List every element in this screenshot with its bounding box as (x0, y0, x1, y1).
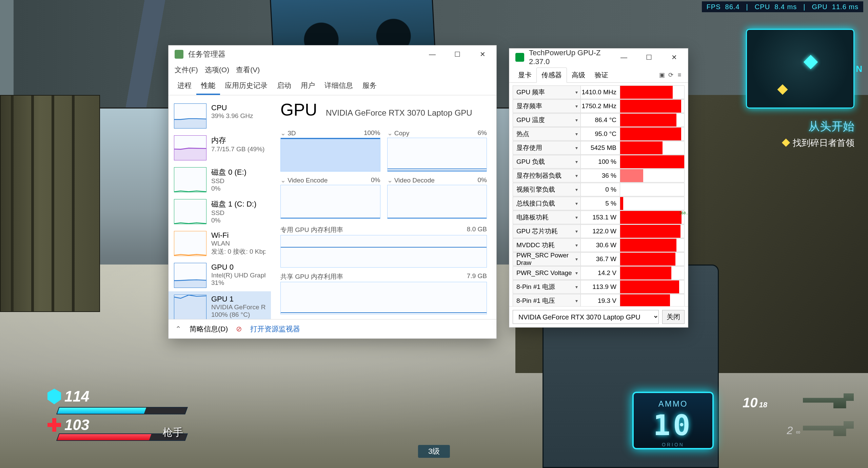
svg-rect-5 (174, 280, 206, 288)
titlebar[interactable]: 任务管理器 — ☐ ✕ (169, 45, 496, 63)
menu-bar[interactable]: 文件(F)选项(O)查看(V) (169, 63, 496, 77)
sensor-row-显存控制器负载[interactable]: 显存控制器负载▾ 36 % (513, 169, 685, 182)
app-icon (515, 53, 524, 62)
tab-应用历史记录[interactable]: 应用历史记录 (220, 77, 272, 95)
sidebar-item-内存[interactable]: 内存7.7/15.7 GB (49%) (169, 132, 271, 164)
sensor-row-显存使用[interactable]: 显存使用▾ 5425 MB (513, 141, 685, 155)
graph-3D[interactable]: 3D100% (280, 129, 380, 172)
sensor-list: GPU 频率▾ 1410.0 MHz 显存频率▾ 1750.2 MHz GPU … (509, 83, 688, 306)
sensor-row-PWR_SRC Power Draw[interactable]: PWR_SRC Power Draw▾ 36.7 W (513, 252, 685, 266)
refresh-icon[interactable]: ⟳ (666, 71, 675, 79)
sensor-row-视频引擎负载[interactable]: 视频引擎负载▾ 0 % (513, 183, 685, 196)
minimize-button[interactable]: — (611, 48, 636, 66)
gpuz-window[interactable]: TechPowerUp GPU-Z 2.37.0 — ☐ ✕ 显卡传感器高级验证… (509, 48, 688, 328)
menu-item[interactable]: 查看(V) (236, 66, 260, 74)
sidebar-item-磁盘 0 (E:)[interactable]: 磁盘 0 (E:)SSD0% (169, 164, 271, 196)
sidebar-item-磁盘 1 (C: D:)[interactable]: 磁盘 1 (C: D:)SSD0% (169, 196, 271, 228)
menu-item[interactable]: 文件(F) (175, 66, 198, 74)
close-button[interactable]: ✕ (470, 45, 495, 63)
window-title: 任务管理器 (188, 49, 415, 59)
sidebar-item-GPU 1[interactable]: GPU 1NVIDIA GeForce RT100% (86 °C) (169, 291, 271, 319)
svg-rect-1 (174, 149, 206, 160)
graph-专用 GPU 内存利用率[interactable]: 专用 GPU 内存利用率8.0 GB (280, 225, 487, 268)
perf-sidebar[interactable]: CPU39% 3.96 GHz 内存7.7/15.7 GB (49%) 磁盘 0… (169, 100, 271, 319)
tab-用户[interactable]: 用户 (296, 77, 320, 95)
sensor-row-总线接口负载[interactable]: 总线接口负载▾ 5 % (513, 197, 685, 210)
sensor-row-8-Pin #1 电源[interactable]: 8-Pin #1 电源▾ 113.9 W (513, 280, 685, 294)
tab-进程[interactable]: 进程 (173, 77, 196, 95)
sensor-row-MVDDC 功耗[interactable]: MVDDC 功耗▾ 30.6 W (513, 238, 685, 252)
tab-高级[interactable]: 高级 (567, 68, 590, 82)
no-icon: ⊘ (236, 325, 242, 333)
svg-rect-3 (174, 223, 206, 224)
sensor-row-显存频率[interactable]: 显存频率▾ 1750.2 MHz (513, 99, 685, 113)
graph-Video Encode[interactable]: Video Encode0% (280, 176, 380, 219)
tab-详细信息[interactable]: 详细信息 (320, 77, 358, 95)
chevron-up-icon[interactable]: ⌃ (175, 325, 181, 333)
detail-title: GPU (280, 100, 317, 120)
tab-启动[interactable]: 启动 (272, 77, 296, 95)
detail-subtitle: NVIDIA GeForce RTX 3070 Laptop GPU (326, 108, 472, 117)
svg-rect-4 (174, 255, 206, 256)
graph-Copy[interactable]: Copy6% (387, 129, 487, 172)
graph-共享 GPU 内存利用率[interactable]: 共享 GPU 内存利用率7.9 GB (280, 272, 487, 314)
sensor-row-热点[interactable]: 热点▾ 95.0 °C (513, 127, 685, 141)
tab-strip[interactable]: 进程性能应用历史记录启动用户详细信息服务 (169, 77, 496, 95)
menu-icon[interactable]: ≡ (675, 72, 684, 79)
task-manager-window[interactable]: 任务管理器 — ☐ ✕ 文件(F)选项(O)查看(V) 进程性能应用历史记录启动… (168, 45, 497, 339)
tab-strip[interactable]: 显卡传感器高级验证 ▣ ⟳ ≡ (509, 66, 688, 83)
tab-显卡[interactable]: 显卡 (513, 68, 536, 82)
svg-rect-0 (174, 119, 206, 128)
sensor-row-电路板功耗[interactable]: 电路板功耗▾ 153.1 W 160.0 (513, 211, 685, 224)
svg-rect-6 (174, 296, 206, 319)
window-title: TechPowerUp GPU-Z 2.37.0 (529, 48, 607, 66)
footer: NVIDIA GeForce RTX 3070 Laptop GPU 关闭 (509, 306, 688, 327)
minimize-button[interactable]: — (420, 45, 445, 63)
app-icon (175, 50, 183, 59)
sensor-row-GPU 芯片功耗[interactable]: GPU 芯片功耗▾ 122.0 W (513, 225, 685, 238)
camera-icon[interactable]: ▣ (657, 71, 666, 79)
maximize-button[interactable]: ☐ (636, 48, 662, 66)
maximize-button[interactable]: ☐ (445, 45, 470, 63)
svg-rect-2 (174, 192, 206, 192)
sidebar-item-GPU 0[interactable]: GPU 0Intel(R) UHD Graph31% (169, 259, 271, 291)
close-button-footer[interactable]: 关闭 (662, 310, 685, 324)
sidebar-item-Wi-Fi[interactable]: Wi-FiWLAN发送: 0 接收: 0 Kbp (169, 228, 271, 259)
sensor-row-PWR_SRC Voltage[interactable]: PWR_SRC Voltage▾ 14.2 V (513, 266, 685, 280)
tab-验证[interactable]: 验证 (590, 68, 613, 82)
sensor-row-GPU 负载[interactable]: GPU 负载▾ 100 % (513, 155, 685, 169)
tab-传感器[interactable]: 传感器 (536, 67, 567, 83)
graph-Video Decode[interactable]: Video Decode0% (387, 176, 487, 219)
resource-monitor-link[interactable]: 打开资源监视器 (250, 324, 300, 334)
sensor-row-GPU 频率[interactable]: GPU 频率▾ 1410.0 MHz (513, 85, 685, 99)
tab-性能[interactable]: 性能 (196, 77, 220, 95)
footer: ⌃ 简略信息(D) ⊘ 打开资源监视器 (169, 319, 496, 338)
perf-detail: GPU NVIDIA GeForce RTX 3070 Laptop GPU 3… (271, 100, 496, 319)
sensor-row-GPU 温度[interactable]: GPU 温度▾ 86.4 °C (513, 113, 685, 127)
device-select[interactable]: NVIDIA GeForce RTX 3070 Laptop GPU (513, 310, 659, 324)
menu-item[interactable]: 选项(O) (205, 66, 229, 74)
brief-link[interactable]: 简略信息(D) (190, 324, 228, 334)
sensor-row-8-Pin #1 电压[interactable]: 8-Pin #1 电压▾ 19.3 V (513, 294, 685, 306)
tab-服务[interactable]: 服务 (358, 77, 381, 95)
close-button[interactable]: ✕ (662, 48, 687, 66)
sidebar-item-CPU[interactable]: CPU39% 3.96 GHz (169, 100, 271, 132)
titlebar[interactable]: TechPowerUp GPU-Z 2.37.0 — ☐ ✕ (509, 48, 688, 66)
